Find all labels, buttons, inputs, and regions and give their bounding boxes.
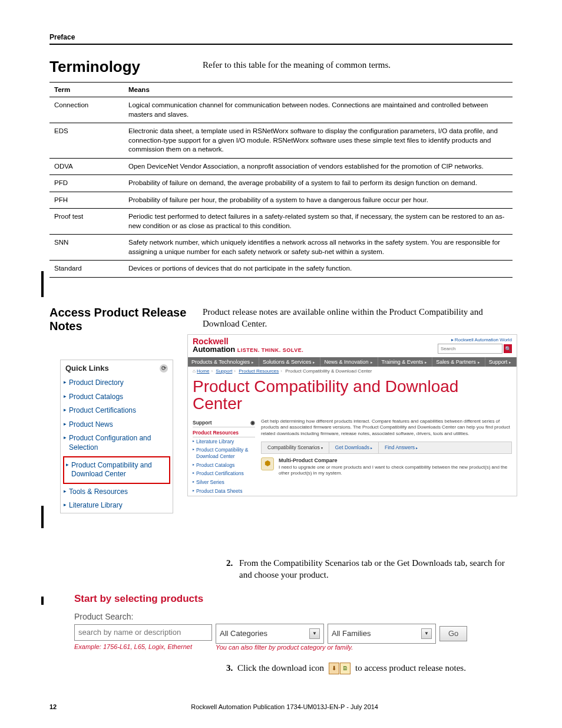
th-term: Term	[49, 83, 124, 97]
search-icon[interactable]: 🔍	[504, 344, 512, 353]
product-search-input[interactable]	[74, 624, 212, 641]
section-title-terminology: Terminology	[49, 58, 203, 76]
filter-hint: You can also filter by product category …	[216, 644, 467, 651]
nav-support[interactable]: Support	[485, 357, 517, 367]
quick-links-title: Quick Links	[65, 364, 109, 373]
product-search-label: Product Search:	[74, 612, 513, 621]
main-nav: Products & Technologies Solutions & Serv…	[188, 357, 517, 367]
step-2: 2. From the Compatibility Scenarios tab …	[226, 557, 513, 581]
table-row: ODVAOpen DeviceNet Vendor Association, a…	[49, 158, 513, 175]
side-subhead: Product Resources	[193, 427, 255, 437]
search-example: Example: 1756-L61, L65, Logix, Ethernet	[74, 643, 212, 650]
running-head: Preface	[49, 33, 513, 41]
worldwide-link[interactable]: ▸ Rockwell Automation World	[438, 337, 512, 342]
section-title-access: Access Product Release Notes	[49, 306, 203, 333]
tab-bar: Compatibility Scenarios▾ Get Downloads▸ …	[261, 442, 512, 454]
ql-product-certifications[interactable]: Product Certifications	[61, 404, 173, 418]
tab-compatibility[interactable]: Compatibility Scenarios▾	[262, 442, 329, 453]
start-title: Start by selecting products	[74, 593, 513, 605]
ql-product-directory[interactable]: Product Directory	[61, 376, 173, 390]
ql-tools-resources[interactable]: Tools & Resources	[61, 485, 173, 499]
nav-training[interactable]: Training & Events	[378, 357, 433, 367]
crumb-product-resources[interactable]: Product Resources	[239, 368, 279, 374]
tab-downloads[interactable]: Get Downloads▸	[329, 442, 379, 453]
ql-product-config[interactable]: Product Configuration and Selection	[61, 431, 173, 454]
table-row: EDSElectronic data sheet, a template use…	[49, 123, 513, 159]
quick-links-panel: Quick Links ⟳ Product Directory Product …	[60, 360, 173, 513]
hero-title: Product Compatibility and Download Cente…	[193, 375, 512, 419]
crumb-home[interactable]: Home	[197, 368, 209, 374]
publication-id: Rockwell Automation Publication 1734-UM0…	[57, 703, 513, 710]
change-bar	[41, 506, 44, 528]
table-row: PFHProbability of failure per hour, the …	[49, 192, 513, 209]
side-certs[interactable]: Product Certifications	[193, 469, 255, 478]
side-nav: Support◉ Product Resources Literature Li…	[193, 419, 255, 495]
table-row: Proof testPeriodic test performed to det…	[49, 209, 513, 235]
ql-pcdc-highlight[interactable]: Product Compatibility and Download Cente…	[63, 456, 170, 484]
change-bar	[41, 597, 44, 605]
side-catalogs[interactable]: Product Catalogs	[193, 461, 255, 470]
compare-desc: I need to upgrade one or more products a…	[279, 465, 512, 477]
pcdc-screenshot: Rockwell Automation LISTEN. THINK. SOLVE…	[187, 334, 517, 496]
dropdown-icon: ▼	[421, 628, 432, 639]
page-number: 12	[49, 703, 57, 710]
table-row: PFDProbability of failure on demand, the…	[49, 175, 513, 192]
page-footer: 12 Rockwell Automation Publication 1734-…	[49, 703, 513, 710]
side-pcdc[interactable]: Product Compatibility & Download Center	[193, 446, 255, 460]
nav-news[interactable]: News & Innovation	[320, 357, 378, 367]
refresh-icon[interactable]: ⟳	[160, 364, 168, 373]
crumb-support[interactable]: Support	[216, 368, 232, 374]
main-description: Get help determining how different produ…	[261, 419, 512, 437]
dropdown-icon: ▼	[309, 628, 320, 639]
nav-solutions[interactable]: Solutions & Services	[259, 357, 321, 367]
side-literature[interactable]: Literature Library	[193, 437, 255, 446]
category-select[interactable]: All Categories▼	[216, 624, 324, 644]
terminology-table: Term Means ConnectionLogical communicati…	[49, 82, 513, 278]
section-intro: Refer to this table for the meaning of c…	[203, 58, 391, 70]
tab-find-answers[interactable]: Find Answers▸	[379, 442, 424, 453]
go-button[interactable]: Go	[439, 626, 467, 641]
change-bar	[41, 271, 44, 297]
download-icon: ⬇🗎	[329, 663, 351, 674]
compare-title: Multi-Product Compare	[279, 457, 512, 465]
product-search-screenshot: Start by selecting products Product Sear…	[74, 593, 513, 651]
family-select[interactable]: All Families▼	[328, 624, 436, 644]
side-silver[interactable]: Silver Series	[193, 478, 255, 487]
ql-literature-library[interactable]: Literature Library	[61, 499, 173, 513]
compare-icon: ⬢	[261, 457, 274, 470]
site-search-input[interactable]	[438, 344, 503, 354]
breadcrumb: ⌂ Home› Support› Product Resources› Prod…	[188, 367, 517, 375]
nav-about[interactable]: About	[517, 357, 517, 367]
rule	[49, 44, 513, 45]
table-row: ConnectionLogical communication channel …	[49, 97, 513, 123]
expand-icon[interactable]: ◉	[250, 420, 255, 426]
access-intro: Product release notes are available onli…	[203, 306, 513, 330]
table-row: SNNSafety network number, which uniquely…	[49, 235, 513, 261]
th-means: Means	[124, 83, 513, 97]
nav-sales[interactable]: Sales & Partners	[432, 357, 485, 367]
rockwell-logo: Rockwell Automation LISTEN. THINK. SOLVE…	[193, 337, 303, 353]
ql-product-news[interactable]: Product News	[61, 418, 173, 432]
ql-product-catalogs[interactable]: Product Catalogs	[61, 390, 173, 404]
table-row: StandardDevices or portions of devices t…	[49, 261, 513, 278]
side-datasheets[interactable]: Product Data Sheets	[193, 487, 255, 496]
crumb-current: Product Compatibility & Download Center	[285, 368, 372, 374]
nav-products[interactable]: Products & Technologies	[188, 357, 259, 367]
home-icon[interactable]: ⌂	[193, 368, 196, 374]
step-3: 3. Click the download icon ⬇🗎 to access …	[226, 663, 513, 674]
